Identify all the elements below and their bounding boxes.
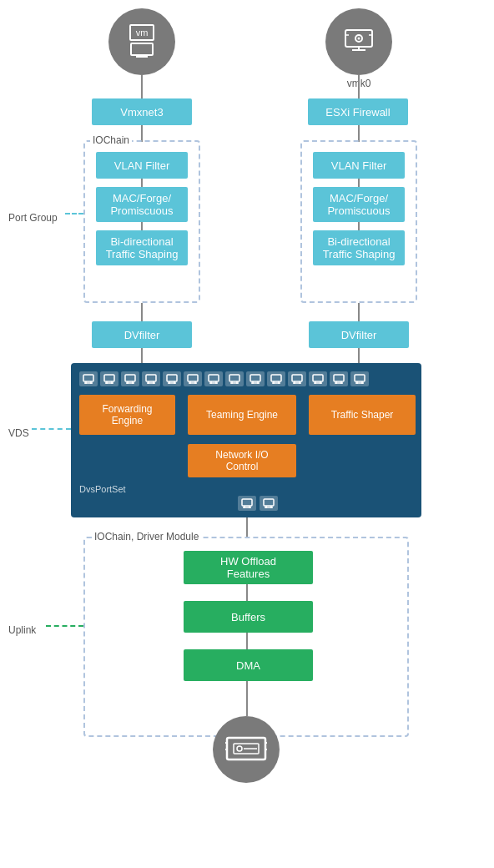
vmk0-circle	[325, 8, 392, 75]
port-icon-9	[246, 371, 265, 386]
port-icon-5	[163, 371, 181, 386]
bottom-port-icon-1	[238, 496, 256, 511]
port-icon-14	[350, 371, 369, 386]
left-connector-2	[141, 222, 143, 230]
svg-rect-22	[146, 375, 156, 381]
left-to-dvfilter-line	[141, 303, 143, 321]
right-to-dvfilter-line	[358, 303, 360, 321]
forwarding-engine-box: Forwarding Engine	[79, 395, 175, 435]
vlan-filter-right: VLAN Filter	[313, 152, 405, 179]
svg-rect-54	[313, 375, 323, 381]
esxi-firewall-box: ESXi Firewall	[308, 98, 408, 125]
bottom-port-icon-2	[260, 496, 278, 511]
left-dvfilter-to-vds	[141, 348, 143, 363]
svg-point-5	[358, 37, 360, 39]
port-icons-row	[79, 371, 369, 386]
port-icon-7	[204, 371, 223, 386]
svg-rect-26	[167, 375, 177, 381]
port-icon-12	[309, 371, 327, 386]
right-dvfilter-to-vds	[358, 348, 360, 363]
svg-rect-70	[264, 499, 274, 506]
port-group-line	[65, 213, 83, 214]
mac-forge-right: MAC/Forge/ Promiscuous	[313, 187, 405, 222]
port-icon-8	[225, 371, 244, 386]
vds-label: VDS	[8, 427, 29, 439]
port-group-label: Port Group	[8, 212, 58, 224]
vds-line	[32, 428, 71, 430]
svg-rect-46	[271, 375, 281, 381]
svg-rect-50	[292, 375, 302, 381]
nic-circle	[213, 716, 280, 783]
hw-offload-box: HW Offload Features	[184, 551, 313, 584]
diagram: vm vmk0 Vmxnet3	[0, 0, 494, 868]
iochain-label: IOChain	[90, 134, 132, 146]
traffic-shaper-box: Traffic Shaper	[309, 395, 416, 435]
vm-connector-line	[141, 75, 143, 98]
svg-rect-66	[242, 499, 252, 506]
port-icon-4	[142, 371, 160, 386]
left-connector-1	[141, 179, 143, 187]
svg-rect-42	[250, 375, 260, 381]
dma-to-bottom-line	[246, 681, 248, 716]
network-io-control-box: Network I/O Control	[188, 444, 296, 477]
dvs-port-set-label: DvsPortSet	[79, 484, 126, 494]
buffers-to-dma-line	[246, 633, 248, 649]
buffers-box: Buffers	[184, 601, 313, 633]
port-icon-13	[330, 371, 348, 386]
vlan-filter-left: VLAN Filter	[96, 152, 188, 179]
port-icon-1	[79, 371, 98, 386]
vmxnet3-down-line	[141, 125, 143, 142]
vmxnet3-box: Vmxnet3	[92, 98, 192, 125]
svg-rect-10	[83, 375, 93, 381]
uplink-label: Uplink	[8, 624, 36, 636]
svg-rect-58	[334, 375, 344, 381]
svg-rect-30	[188, 375, 198, 381]
port-icon-2	[100, 371, 118, 386]
port-icon-3	[121, 371, 139, 386]
right-connector-1	[358, 179, 360, 187]
vds-container: Forwarding Engine Teaming Engine Traffic…	[71, 363, 421, 517]
svg-rect-34	[209, 375, 219, 381]
mac-forge-left: MAC/Forge/ Promiscuous	[96, 187, 188, 222]
svg-rect-38	[229, 375, 239, 381]
iochain-driver-label: IOChain, Driver Module	[92, 531, 201, 542]
vmk0-connector-line	[358, 75, 360, 98]
vds-to-iochain-driver	[246, 517, 248, 538]
right-connector-2	[358, 222, 360, 230]
esxi-down-line	[358, 125, 360, 142]
bidirectional-right: Bi-directional Traffic Shaping	[313, 230, 405, 265]
port-icon-11	[288, 371, 306, 386]
svg-rect-0	[131, 43, 153, 55]
uplink-line	[46, 625, 83, 627]
vm-circle: vm	[108, 8, 175, 75]
dvfilter-right: DVfilter	[309, 321, 409, 348]
svg-rect-14	[104, 375, 114, 381]
dma-box: DMA	[184, 649, 313, 681]
hw-to-buffers-line	[246, 584, 248, 601]
bidirectional-left: Bi-directional Traffic Shaping	[96, 230, 188, 265]
dvfilter-left: DVfilter	[92, 321, 192, 348]
bottom-port-icons	[238, 496, 278, 511]
svg-rect-18	[125, 375, 135, 381]
svg-rect-62	[355, 375, 365, 381]
port-icon-6	[184, 371, 202, 386]
teaming-engine-box: Teaming Engine	[188, 395, 296, 435]
port-icon-10	[267, 371, 285, 386]
svg-point-76	[237, 746, 242, 751]
